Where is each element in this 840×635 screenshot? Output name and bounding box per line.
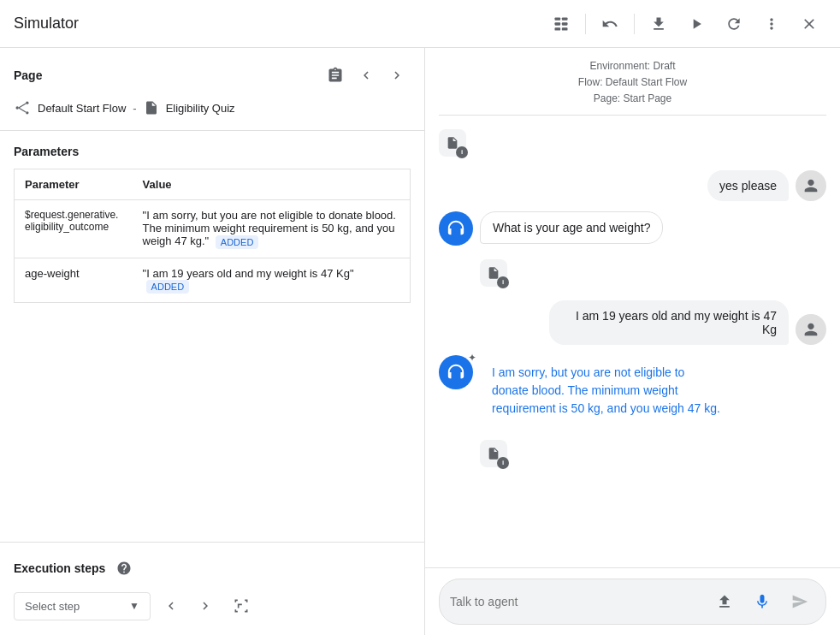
user-avatar-2	[796, 314, 826, 345]
env-line3: Page: Start Page	[439, 91, 826, 107]
env-line1: Environment: Draft	[439, 58, 826, 74]
person-icon-2	[802, 320, 820, 339]
svg-rect-2	[555, 22, 561, 25]
bubble-bot-ai: I am sorry, but you are not eligible to …	[480, 355, 736, 426]
more-button[interactable]	[754, 7, 789, 41]
chevron-right-icon	[198, 598, 213, 614]
info-badge-3: i	[497, 457, 509, 469]
param-name-1: $request.generative.eligibility_outcome	[15, 200, 133, 258]
step-select[interactable]: Select step ▼	[14, 592, 151, 620]
refresh-button[interactable]	[717, 7, 751, 41]
flow-name: Default Start Flow	[38, 102, 126, 115]
doc-icon-row-3: i	[439, 436, 826, 471]
svg-point-7	[26, 102, 28, 104]
bot-avatar-1	[439, 211, 473, 246]
env-line2: Flow: Default Start Flow	[439, 74, 826, 91]
param-value-2: "I am 19 years old and my weight is 47 K…	[133, 258, 411, 303]
right-panel: Environment: Draft Flow: Default Start F…	[425, 48, 840, 635]
user-avatar-1	[796, 170, 826, 201]
close-button[interactable]	[792, 7, 826, 41]
page-nav	[322, 62, 411, 89]
headset-icon	[447, 219, 465, 238]
prev-page-button[interactable]	[352, 62, 380, 89]
clipboard-button[interactable]	[322, 62, 349, 89]
info-badge-2: i	[497, 276, 509, 288]
doc-icon-row-2: i	[439, 256, 826, 290]
message-row-bot-ai: ✦ I am sorry, but you are not eligible t…	[439, 355, 826, 426]
exec-label: Execution steps	[14, 561, 105, 575]
col-param: Parameter	[15, 169, 133, 200]
svg-rect-4	[555, 27, 561, 30]
headset-icon-ai	[447, 363, 465, 382]
left-panel: Page	[0, 48, 425, 635]
clipboard-icon	[327, 67, 344, 84]
undo-icon	[601, 15, 618, 33]
doc-icon-1: i	[439, 129, 466, 157]
flow-icon	[14, 99, 31, 116]
bubble-bot-1: What is your age and weight?	[480, 211, 663, 244]
close-icon	[801, 15, 818, 33]
play-button[interactable]	[679, 7, 713, 41]
next-step-button[interactable]	[192, 592, 219, 620]
page-section: Page	[0, 48, 424, 131]
exec-controls: Select step ▼	[14, 590, 411, 621]
page-path: Default Start Flow - Eligibility Quiz	[14, 99, 411, 116]
message-row-user-1: yes please	[439, 170, 826, 201]
chat-messages: i yes please What is your	[425, 116, 840, 567]
chat-input[interactable]	[450, 595, 702, 608]
table-row: age-weight "I am 19 years old and my wei…	[15, 258, 411, 303]
download-icon	[650, 15, 667, 33]
table-row: $request.generative.eligibility_outcome …	[15, 200, 411, 258]
header: Simulator	[0, 0, 840, 48]
person-icon	[802, 176, 820, 195]
svg-rect-1	[562, 17, 568, 20]
send-button[interactable]	[784, 586, 815, 617]
exec-section: Execution steps Select step ▼	[0, 542, 424, 635]
focus-button[interactable]	[226, 590, 257, 621]
svg-rect-0	[555, 17, 561, 20]
svg-point-6	[16, 106, 19, 109]
help-button[interactable]	[112, 556, 136, 580]
divider2	[634, 14, 635, 34]
chevron-left-icon	[163, 598, 179, 614]
page-header: Page	[14, 62, 411, 89]
sparkle-icon: ✦	[468, 352, 476, 364]
main-layout: Page	[0, 48, 840, 635]
import-button[interactable]	[709, 586, 740, 617]
param-name-2: age-weight	[15, 258, 133, 303]
focus-icon	[233, 597, 250, 614]
chevron-left-icon	[358, 68, 374, 83]
next-page-button[interactable]	[383, 62, 411, 89]
info-badge: i	[456, 146, 468, 158]
added-badge-2: ADDED	[146, 280, 190, 294]
page-name: Eligibility Quiz	[166, 102, 235, 115]
chat-input-row	[439, 579, 826, 625]
undo-button[interactable]	[593, 7, 627, 41]
exec-header: Execution steps	[14, 556, 411, 580]
chat-input-area	[425, 567, 840, 635]
help-icon	[116, 561, 132, 576]
play-icon	[688, 15, 705, 33]
params-table: Parameter Value $request.generative.elig…	[14, 169, 411, 303]
page-doc-icon	[144, 100, 159, 116]
grid-icon-button[interactable]	[544, 7, 578, 41]
bot-avatar-ai: ✦	[439, 355, 473, 389]
params-section: Parameters Parameter Value $request.gene…	[0, 131, 424, 542]
doc-icon-2: i	[480, 259, 507, 287]
app-title: Simulator	[14, 15, 79, 33]
chevron-down-icon: ▼	[129, 600, 139, 612]
path-separator: -	[133, 102, 136, 115]
prev-step-button[interactable]	[157, 592, 185, 620]
doc-icon-row-top: i	[439, 126, 826, 160]
divider	[585, 14, 586, 34]
bubble-user-2: I am 19 years old and my weight is 47 Kg	[549, 300, 789, 345]
bubble-user-1: yes please	[707, 170, 789, 201]
mic-button[interactable]	[747, 586, 778, 617]
download-button[interactable]	[642, 7, 676, 41]
params-label: Parameters	[14, 145, 411, 158]
chevron-right-icon	[389, 68, 405, 83]
import-icon	[716, 593, 733, 610]
svg-line-10	[19, 108, 26, 112]
message-row-user-2: I am 19 years old and my weight is 47 Kg	[439, 300, 826, 345]
page-label: Page	[14, 68, 42, 82]
